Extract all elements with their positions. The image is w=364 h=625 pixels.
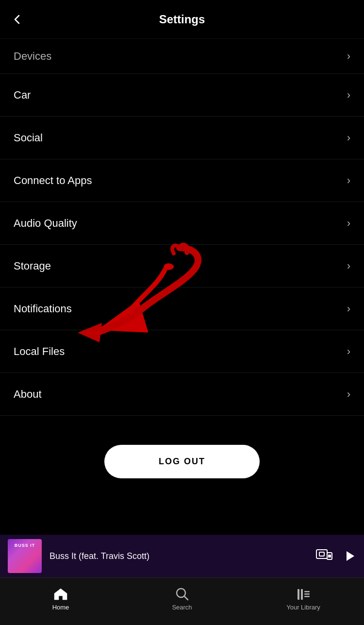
settings-item-about[interactable]: About › [0,373,364,416]
chevron-icon: › [347,132,350,144]
settings-item-label: Car [14,89,31,101]
home-icon [53,587,68,601]
logout-button[interactable]: LOG OUT [104,445,260,478]
now-playing-title: Buss It (feat. Travis Scott) [50,551,308,561]
nav-label-home: Home [52,604,69,611]
nav-label-search: Search [172,604,192,611]
settings-item-car[interactable]: Car › [0,74,364,117]
chevron-icon: › [347,260,350,272]
now-playing-info: Buss It (feat. Travis Scott) [50,551,308,561]
chevron-icon: › [347,89,350,101]
svg-rect-10 [301,589,303,600]
chevron-icon: › [347,303,350,315]
svg-rect-3 [319,552,324,556]
settings-item-local-files[interactable]: Local Files › [0,330,364,373]
settings-item-notifications[interactable]: Notifications › [0,287,364,330]
album-art-text: BUSS IT [15,543,35,548]
chevron-icon: › [347,50,350,63]
svg-rect-11 [304,591,310,592]
now-playing-bar[interactable]: BUSS IT Buss It (feat. Travis Scott) [0,535,364,577]
chevron-icon: › [347,345,350,358]
settings-item-label: Local Files [14,345,65,358]
settings-item-devices[interactable]: Devices › [0,39,364,74]
nav-item-search[interactable]: Search [121,587,243,616]
settings-item-label: Storage [14,260,51,272]
svg-marker-6 [347,551,354,561]
album-art: BUSS IT [8,539,42,573]
library-icon [296,587,311,601]
search-icon [175,587,189,601]
svg-rect-5 [328,555,331,557]
settings-item-label: Audio Quality [14,217,77,230]
nav-item-home[interactable]: Home [0,587,121,616]
settings-item-social[interactable]: Social › [0,117,364,159]
chevron-icon: › [347,174,350,187]
nav-label-library: Your Library [286,604,320,611]
logout-container: LOG OUT [0,416,364,498]
settings-header: Settings [0,0,364,39]
svg-line-8 [184,596,188,600]
settings-list: Devices › Car › Social › Connect to Apps… [0,39,364,498]
chevron-icon: › [347,388,350,401]
settings-item-connect-to-apps[interactable]: Connect to Apps › [0,159,364,202]
now-playing-controls [315,549,356,563]
settings-item-storage[interactable]: Storage › [0,245,364,287]
settings-item-label: Devices [14,50,51,63]
svg-rect-9 [298,589,299,600]
chevron-icon: › [347,217,350,230]
settings-item-label: Social [14,132,43,144]
page-title: Settings [159,13,205,26]
svg-rect-13 [304,596,310,597]
settings-item-label: About [14,388,42,401]
settings-item-label: Connect to Apps [14,174,92,187]
svg-rect-12 [304,593,310,595]
settings-item-label: Notifications [14,303,72,315]
cast-icon[interactable] [315,549,333,563]
settings-item-audio-quality[interactable]: Audio Quality › [0,202,364,245]
nav-item-library[interactable]: Your Library [243,587,364,616]
back-button[interactable] [12,14,22,25]
bottom-nav: Home Search Your Library [0,577,364,625]
svg-rect-2 [316,550,327,558]
play-icon[interactable] [343,549,356,563]
